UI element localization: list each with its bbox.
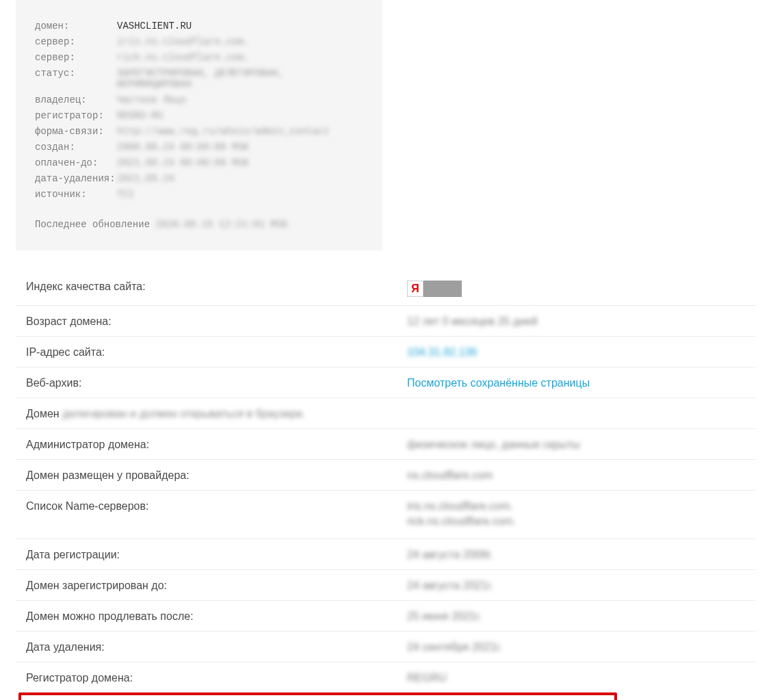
whois-label: форма-связи:: [35, 126, 117, 137]
info-label: Веб-архив:: [26, 377, 407, 389]
yandex-bar-icon: [423, 281, 462, 297]
info-row-reg-date: Дата регистрации: 24 августа 2008г.: [16, 539, 756, 570]
whois-footer: Последнее обновление 2020.09.15 12:21:01…: [35, 219, 363, 230]
whois-label: домен:: [35, 21, 117, 31]
info-row-domain-status: Домен делегирован и должен открываться в…: [16, 398, 756, 429]
whois-label: создан:: [35, 142, 117, 153]
whois-label: владелец:: [35, 94, 117, 105]
whois-value: TCI: [117, 189, 134, 200]
whois-label: регистратор:: [35, 110, 117, 121]
whois-footer-label: Последнее обновление: [35, 219, 150, 230]
info-label: Список Name-серверов:: [26, 500, 407, 513]
info-value-ip[interactable]: 104.31.82.136: [407, 346, 477, 359]
whois-value: 2021.09.24: [117, 173, 174, 184]
info-value: 24 сентября 2021г.: [407, 641, 502, 653]
whois-row-source: источник: TCI: [35, 189, 363, 200]
info-row-ns: Список Name-серверов: iris.ns.cloudflare…: [16, 491, 756, 539]
info-row-admin: Администратор домена: физическое лицо, д…: [16, 429, 756, 460]
domain-status-suffix: делегирован и должен открываться в брауз…: [62, 408, 305, 419]
whois-row-server1: сервер: iris.ns.cloudflare.com.: [35, 36, 363, 47]
info-label: Дата удаления:: [26, 641, 407, 653]
info-label: Домен можно продлевать после:: [26, 610, 407, 623]
whois-label: дата-удаления:: [35, 173, 117, 184]
ns-value-1: iris.ns.cloudflare.com.: [407, 500, 516, 513]
info-value: REGRU: [407, 672, 447, 684]
whois-value: 2008.08.24 00:00:00 MSK: [117, 142, 249, 153]
yandex-logo-icon: Я: [407, 281, 423, 297]
info-label: Домен делегирован и должен открываться в…: [26, 408, 306, 420]
info-row-provider: Домен размещен у провайдера: ns.cloudfla…: [16, 460, 756, 491]
info-table: Индекс качества сайта: Я Возраст домена:…: [16, 271, 756, 692]
yandex-badge: Я: [407, 281, 462, 297]
whois-value: http://www.reg.ru/whois/admin_contact: [117, 126, 330, 137]
whois-label: источник:: [35, 189, 117, 200]
whois-label: статус:: [35, 68, 117, 90]
info-label: IP-адрес сайта:: [26, 346, 407, 359]
whois-row-server2: сервер: rick.ns.cloudflare.com.: [35, 52, 363, 63]
ns-value-2: rick.ns.cloudflare.com.: [407, 515, 516, 528]
info-value: физическое лицо, данные скрыты: [407, 439, 580, 451]
whois-label: оплачен-до:: [35, 157, 117, 168]
whois-value: 2021.08.24 00:00:00 MSK: [117, 157, 249, 168]
whois-value: Частное Лицо: [117, 94, 186, 105]
whois-label: сервер:: [35, 36, 117, 47]
info-value: 24 августа 2008г.: [407, 549, 493, 561]
info-row-ip: IP-адрес сайта: 104.31.82.136: [16, 337, 756, 367]
info-label: Возраст домена:: [26, 315, 407, 328]
info-value: 25 июня 2021г.: [407, 610, 482, 623]
whois-row-created: создан: 2008.08.24 00:00:00 MSK: [35, 142, 363, 153]
whois-row-owner: владелец: Частное Лицо: [35, 94, 363, 105]
whois-row-domain: домен: VASHCLIENT.RU: [35, 21, 363, 31]
info-label: Администратор домена:: [26, 439, 407, 451]
info-row-age: Возраст домена: 12 лет 0 месяцев 25 дней: [16, 306, 756, 337]
info-row-reg-until: Домен зарегистрирован до: 24 августа 202…: [16, 570, 756, 601]
whois-label: сервер:: [35, 52, 117, 63]
whois-value: iris.ns.cloudflare.com.: [117, 36, 249, 47]
info-value: ns.cloudflare.com: [407, 469, 493, 482]
info-value: 24 августа 2021г.: [407, 580, 493, 592]
whois-footer-value: 2020.09.15 12:21:01 MSK: [155, 219, 287, 230]
whois-row-delete-date: дата-удаления: 2021.09.24: [35, 173, 363, 184]
info-row-delete: Дата удаления: 24 сентября 2021г.: [16, 632, 756, 662]
info-value-quality: Я: [407, 281, 462, 297]
info-row-quality: Индекс качества сайта: Я: [16, 271, 756, 306]
info-label: Домен зарегистрирован до:: [26, 580, 407, 592]
info-value: 12 лет 0 месяцев 25 дней: [407, 315, 538, 328]
info-row-archive: Веб-архив: Посмотреть сохранённые страни…: [16, 367, 756, 398]
whois-value-domain: VASHCLIENT.RU: [117, 21, 192, 31]
whois-value: rick.ns.cloudflare.com.: [117, 52, 249, 63]
info-value-ns: iris.ns.cloudflare.com. rick.ns.cloudfla…: [407, 500, 516, 530]
whois-row-status: статус: ЗАРЕГИСТРИРОВАН, ДЕЛЕГИРОВАН, ВЕ…: [35, 68, 363, 90]
info-label: Домен размещен у провайдера:: [26, 469, 407, 482]
web-archive-link[interactable]: Посмотреть сохранённые страницы: [407, 377, 590, 389]
whois-box: домен: VASHCLIENT.RU сервер: iris.ns.clo…: [16, 0, 382, 250]
domain-status-prefix: Домен: [26, 408, 60, 419]
info-row-registrar: Регистратор домена: REGRU: [16, 662, 756, 692]
whois-row-paid-till: оплачен-до: 2021.08.24 00:00:00 MSK: [35, 157, 363, 168]
whois-row-contact-form: форма-связи: http://www.reg.ru/whois/adm…: [35, 126, 363, 137]
info-row-renew-after: Домен можно продлевать после: 25 июня 20…: [16, 601, 756, 632]
info-label: Дата регистрации:: [26, 549, 407, 561]
info-label: Регистратор домена:: [26, 672, 407, 684]
whois-value: REGRU-RU: [117, 110, 163, 121]
whois-row-registrar: регистратор: REGRU-RU: [35, 110, 363, 121]
whois-value: ЗАРЕГИСТРИРОВАН, ДЕЛЕГИРОВАН, ВЕРИФИЦИРО…: [117, 68, 363, 90]
info-label: Индекс качества сайта:: [26, 281, 407, 293]
info-row-contact-highlighted: Форма связи с администратором: http://ww…: [18, 692, 617, 700]
